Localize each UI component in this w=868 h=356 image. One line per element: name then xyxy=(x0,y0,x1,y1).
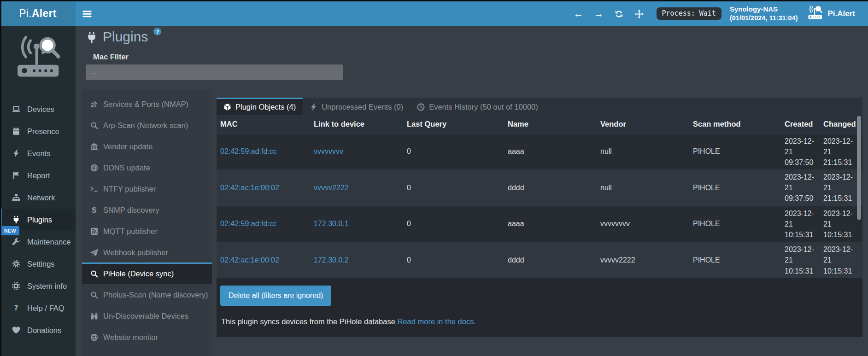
plugin-item-un-discoverable-devices[interactable]: Un-Discoverable Devices xyxy=(82,305,212,326)
sidebar-item-settings[interactable]: Settings xyxy=(0,253,76,275)
move-icon[interactable] xyxy=(634,9,645,19)
device-link[interactable]: vvvvvvvv xyxy=(314,147,343,155)
sidebar-item-label: Help / FAQ xyxy=(27,304,65,313)
forward-icon[interactable]: → xyxy=(594,9,604,19)
plugin-item-vendor-update[interactable]: Vendor update xyxy=(82,135,212,157)
table-row: 02:42:ac:1e:00:02vvvvv22220ddddnullPIHOL… xyxy=(217,170,862,206)
last-query-cell: 0 xyxy=(403,170,504,206)
tab-plugin-objects-4[interactable]: Plugin Objects (4) xyxy=(217,98,303,115)
sidebar-menu: DevicesPresenceEventsReportNetworkPlugin… xyxy=(0,98,76,341)
plugin-item-ddns-update[interactable]: DDNS update xyxy=(82,157,212,178)
delete-all-button[interactable]: Delete all (filters are ignored) xyxy=(220,286,331,306)
plugin-item-label: SNMP discovery xyxy=(103,206,159,215)
sidebar-item-donations[interactable]: Donations xyxy=(0,319,76,341)
process-status-badge: Process: Wait xyxy=(657,7,721,20)
plugin-item-pholus-scan-name-discovery[interactable]: Pholus-Scan (Name discovery) xyxy=(82,284,212,305)
router-logo-icon xyxy=(0,26,76,79)
sidebar-item-network[interactable]: Network xyxy=(0,187,76,209)
last-query-cell: 0 xyxy=(403,134,504,170)
sidebar-item-label: Events xyxy=(27,149,50,158)
mac-link[interactable]: 02:42:ac:1e:00:02 xyxy=(220,184,279,192)
top-navbar: Pi.Alert ← → Process: Wait Synology-NAS … xyxy=(0,1,868,26)
plugin-item-ntfy-publisher[interactable]: NTFY publisher xyxy=(82,178,212,199)
mac-link[interactable]: 02:42:59:ad:fd:cc xyxy=(220,220,277,228)
sidebar-item-maintenance[interactable]: MaintenanceNEW xyxy=(0,231,76,253)
sidebar-item-label: Report xyxy=(27,171,50,180)
plugin-item-webhook-publisher[interactable]: Webhook publisher xyxy=(82,241,212,263)
sidebar-item-presence[interactable]: Presence xyxy=(0,120,76,142)
last-query-cell: 0 xyxy=(403,206,504,242)
vendor-cell: vvvvvvvv xyxy=(597,206,689,242)
vendor-cell: null xyxy=(597,170,689,206)
plugin-description-text: This plugin syncs devices from the PiHol… xyxy=(221,317,395,326)
plugin-item-label: Website monitor xyxy=(103,333,158,342)
created-cell-line: 10:15:31 xyxy=(785,266,818,276)
plugin-item-mqtt-publisher[interactable]: MQTT publisher xyxy=(82,220,212,241)
sidebar-item-label: Maintenance xyxy=(27,238,70,246)
plugin-item-snmp-discovery[interactable]: SSNMP discovery xyxy=(82,199,212,220)
device-link[interactable]: 172.30.0.1 xyxy=(314,220,349,228)
help-badge[interactable]: ? xyxy=(153,28,161,35)
tab-label: Events History (50 out of 10000) xyxy=(429,103,538,111)
plugin-item-label: Webhook publisher xyxy=(103,248,168,257)
sidebar-item-devices[interactable]: Devices xyxy=(0,98,76,120)
device-link[interactable]: 172.30.0.2 xyxy=(314,256,349,264)
plug-icon xyxy=(86,31,98,45)
scan-method-cell: PIHOLE xyxy=(689,242,781,278)
changed-cell-line: 10:15:31 xyxy=(823,266,861,276)
plugin-item-arp-scan-network-scan[interactable]: Arp-Scan (Network scan) xyxy=(82,114,212,135)
device-link: 172.30.0.1 xyxy=(310,206,403,242)
plugin-item-label: NTFY publisher xyxy=(103,185,156,193)
tab-bar: Plugin Objects (4)Unprocessed Events (0)… xyxy=(217,98,862,115)
mac-link[interactable]: 02:42:59:ad:fd:cc xyxy=(220,147,277,155)
sidebar-item-events[interactable]: Events xyxy=(0,142,76,164)
sidebar-item-report[interactable]: Report xyxy=(0,164,76,187)
plugin-item-website-monitor[interactable]: Website monitor xyxy=(82,326,212,347)
menu-toggle-icon[interactable] xyxy=(82,9,92,19)
clock-icon xyxy=(417,103,425,111)
plugin-item-pihole-device-sync[interactable]: PiHole (Device sync) xyxy=(82,263,212,284)
brand-logo[interactable]: Pi.Alert xyxy=(0,1,76,26)
brand-bold: Alert xyxy=(32,7,57,20)
scan-method-cell: PIHOLE xyxy=(689,206,781,242)
scrollbar-thumb[interactable] xyxy=(857,116,861,220)
tab-unprocessed-events-0[interactable]: Unprocessed Events (0) xyxy=(303,98,410,115)
table-row: 02:42:59:ad:fd:ccvvvvvvvv0aaaanullPIHOLE… xyxy=(217,134,862,170)
brand-prefix: Pi. xyxy=(19,7,32,20)
changed-cell: 2023-12-2110:15:31 xyxy=(820,242,862,278)
chip-icon xyxy=(11,282,22,290)
host-name: Synology-NAS xyxy=(730,5,798,14)
host-info: Synology-NAS (01/01/2024, 11:31:04) xyxy=(730,5,798,22)
plugin-item-label: PiHole (Device sync) xyxy=(103,269,174,278)
sidebar-item-label: Network xyxy=(27,193,55,202)
created-cell-line: 09:37:50 xyxy=(785,193,818,204)
refresh-icon[interactable] xyxy=(614,9,624,19)
docs-link[interactable]: Read more in the docs. xyxy=(397,317,476,326)
device-link[interactable]: vvvvv2222 xyxy=(314,184,349,192)
back-icon[interactable]: ← xyxy=(574,9,584,19)
plugin-item-services-ports-nmap[interactable]: Services & Ports (NMAP) xyxy=(82,93,212,114)
scan-method-cell: PIHOLE xyxy=(689,170,781,206)
created-cell: 2023-12-2109:37:50 xyxy=(781,170,820,206)
plugin-item-label: Pholus-Scan (Name discovery) xyxy=(103,291,208,299)
new-badge: NEW xyxy=(1,226,19,235)
changed-cell: 2023-12-2121:15:31 xyxy=(820,134,862,170)
mac-link[interactable]: 02:42:ac:1e:00:02 xyxy=(220,256,279,264)
sidebar-item-system-info[interactable]: System info xyxy=(0,275,76,297)
changed-cell-line: 2023-12-21 xyxy=(823,244,861,265)
app-brand-link[interactable]: Pi.Alert xyxy=(807,6,855,22)
mac-filter-input[interactable] xyxy=(86,64,343,80)
svg-text:?: ? xyxy=(14,304,18,312)
created-cell-line: 10:15:31 xyxy=(785,229,818,240)
mac-link: 02:42:ac:1e:00:02 xyxy=(217,242,310,278)
name-cell: aaaa xyxy=(504,134,597,170)
sidebar-item-label: System info xyxy=(27,282,67,291)
wrench-icon xyxy=(11,238,22,246)
name-cell: dddd xyxy=(504,242,597,278)
column-header-name: Name xyxy=(504,115,597,134)
tab-events-history-50-out-of-10000[interactable]: Events History (50 out of 10000) xyxy=(410,98,545,115)
sidebar-item-help-faq[interactable]: ?Help / FAQ xyxy=(0,297,76,319)
plugin-list: Services & Ports (NMAP)Arp-Scan (Network… xyxy=(82,93,212,347)
created-cell-line: 2023-12-21 xyxy=(785,244,818,265)
rss-square-icon xyxy=(89,228,99,235)
